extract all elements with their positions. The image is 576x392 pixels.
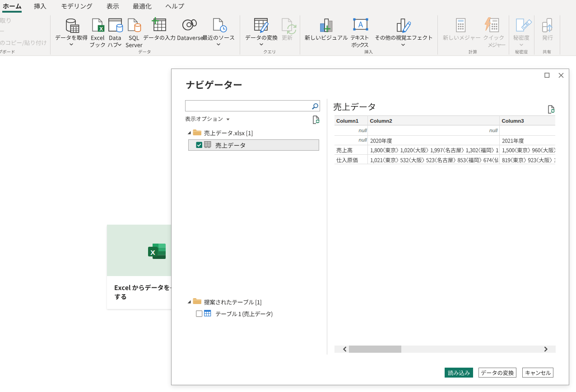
svg-text:X: X (99, 26, 103, 32)
svg-text:X: X (150, 249, 155, 256)
